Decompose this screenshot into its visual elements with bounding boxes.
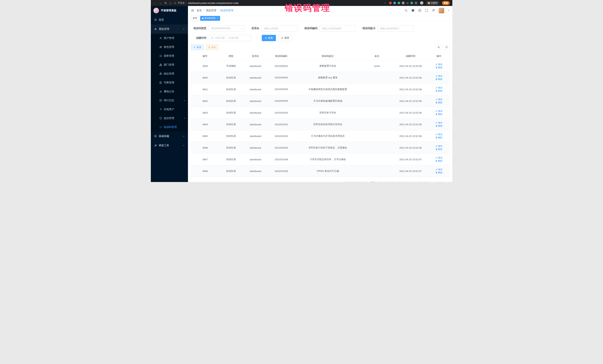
extension-dark-icon[interactable] xyxy=(406,2,409,4)
extension-red-icon[interactable] xyxy=(389,2,392,4)
edit-link[interactable]: 修改 xyxy=(435,133,442,136)
chevron-down-icon xyxy=(183,135,185,137)
caret-down-icon[interactable] xyxy=(448,10,449,12)
pencil-icon xyxy=(435,87,438,89)
delete-link[interactable]: 删除 xyxy=(435,148,442,151)
sidebar-item-departments[interactable]: 部门管理 xyxy=(151,60,188,69)
edit-link[interactable]: 修改 xyxy=(435,110,442,113)
cell-time: 2021-04-20 23:52:57 xyxy=(392,165,429,177)
close-icon[interactable]: × xyxy=(217,17,218,20)
sidebar-item-roles[interactable]: 角色管理 xyxy=(151,43,188,52)
url-bar[interactable]: ⚠ 不安全 dashboard.yudao.iocoder.cn/system/… xyxy=(174,1,386,5)
cell-type: 手动编辑 xyxy=(219,60,243,72)
cell-app: dashboard xyxy=(243,95,268,107)
back-icon[interactable]: ← xyxy=(153,2,156,4)
extension-green-check-icon[interactable] xyxy=(398,2,400,4)
extension-grid-icon[interactable] xyxy=(402,2,405,4)
export-button[interactable]: 导出 xyxy=(206,44,218,50)
megaphone-icon xyxy=(159,90,162,93)
sidebar-item-infra[interactable]: 基础设施 xyxy=(151,132,188,141)
refresh-icon xyxy=(445,46,448,48)
user-avatar[interactable] xyxy=(439,8,444,13)
cell-app: dashboard xyxy=(243,84,268,95)
trash-icon xyxy=(435,90,438,92)
github-icon[interactable] xyxy=(411,9,415,12)
sidebar-item-menus[interactable]: 菜单管理 xyxy=(151,52,188,60)
cell-id: 3946 xyxy=(191,142,219,154)
cell-code: 1001001003 xyxy=(268,142,294,154)
sidebar-logo[interactable]: 芋道管理系统 xyxy=(151,6,188,15)
delete-link[interactable]: 删除 xyxy=(435,171,442,174)
update-button[interactable]: 更新 xyxy=(442,1,450,5)
sidebar-item-home[interactable]: 首页 xyxy=(151,15,188,24)
edit-link[interactable]: 修改 xyxy=(435,75,442,78)
cell-type: 自动生成 xyxy=(219,84,243,95)
extensions-puzzle-icon[interactable] xyxy=(415,2,417,4)
refresh-table-button[interactable] xyxy=(444,44,449,50)
edit-link[interactable]: 修改 xyxy=(435,144,442,148)
edit-link[interactable]: 修改 xyxy=(435,86,442,89)
edit-link[interactable]: 修改 xyxy=(435,156,442,159)
log-icon xyxy=(159,99,162,102)
sidebar-item-system[interactable]: 系统管理 xyxy=(151,24,188,34)
cell-type: 自动生成 xyxy=(219,142,243,154)
paused-badge[interactable]: 已暂停 xyxy=(426,1,439,5)
edit-link[interactable]: 修改 xyxy=(435,63,442,66)
search-icon[interactable] xyxy=(405,9,408,12)
tab-error-code[interactable]: 错误码管理 × xyxy=(200,16,220,21)
sidebar-item-error-code[interactable]: 错误码管理 xyxy=(151,123,188,132)
edit-link[interactable]: 修改 xyxy=(435,98,442,101)
delete-link[interactable]: 删除 xyxy=(435,101,442,104)
delete-link[interactable]: 删除 xyxy=(435,66,442,69)
wrench-icon xyxy=(154,144,157,147)
edit-link[interactable]: 修改 xyxy=(435,168,442,171)
trash-icon xyxy=(435,113,438,115)
table-row: 3942 自动生成 dashboard 1001000004 不允许获取敏感配置… xyxy=(191,95,449,107)
edit-link[interactable]: 修改 xyxy=(435,121,442,124)
bookmark-star-icon[interactable]: ☆ xyxy=(384,1,386,4)
sidebar-item-users[interactable]: 用户管理 xyxy=(151,34,188,43)
extension-teal-icon[interactable] xyxy=(410,2,413,4)
font-size-icon[interactable]: TT xyxy=(432,9,435,12)
search-button[interactable]: 搜索 xyxy=(262,35,276,41)
error-hint-input[interactable] xyxy=(378,25,414,32)
delete-link[interactable]: 删除 xyxy=(435,113,442,116)
sidebar-item-posts[interactable]: 岗位管理 xyxy=(151,69,188,78)
pencil-icon xyxy=(435,133,438,135)
delete-link[interactable]: 删除 xyxy=(435,124,442,128)
delete-link[interactable]: 删除 xyxy=(435,78,442,81)
add-button[interactable]: 新增 xyxy=(191,44,204,50)
tab-home[interactable]: 首页 xyxy=(191,16,199,21)
cell-code: 1001001004 xyxy=(268,154,294,165)
sidebar-item-notices[interactable]: 通知公告 xyxy=(151,87,188,96)
error-type-select[interactable]: 请选择错误码类型 xyxy=(209,25,245,32)
sidebar-item-dictionary[interactable]: 字典管理 xyxy=(151,78,188,87)
delete-link[interactable]: 删除 xyxy=(435,136,442,139)
forward-icon[interactable]: → xyxy=(159,2,162,4)
delete-link[interactable]: 删除 xyxy=(435,159,442,163)
cell-id: 3941 xyxy=(191,84,219,95)
browser-profile-avatar[interactable] xyxy=(420,1,423,5)
cell-time: 2021-04-20 23:52:56 xyxy=(392,107,429,119)
home-icon[interactable]: ⌂ xyxy=(170,2,171,4)
cell-remark xyxy=(361,72,392,84)
reset-button[interactable]: 重置 xyxy=(278,35,292,41)
delete-link[interactable]: 删除 xyxy=(435,89,442,92)
reload-icon[interactable]: ↻ xyxy=(164,2,167,4)
breadcrumb-home[interactable]: 首页 xyxy=(197,9,202,12)
app-name-input[interactable] xyxy=(262,25,298,32)
toggle-search-button[interactable] xyxy=(436,44,441,50)
sidebar-item-sms[interactable]: 短信管理 xyxy=(151,114,188,123)
breadcrumb-system[interactable]: 系统管理 xyxy=(206,9,216,12)
error-code-input[interactable] xyxy=(320,25,356,32)
date-range-picker[interactable]: 开始日期 - 结束日期 xyxy=(209,35,251,41)
extension-blue-icon[interactable] xyxy=(393,2,396,4)
range-separator: - xyxy=(226,37,227,39)
help-icon[interactable] xyxy=(418,9,421,12)
hamburger-icon[interactable] xyxy=(191,9,194,12)
monitor-icon xyxy=(154,135,157,138)
sidebar-item-online-users[interactable]: 在线用户 xyxy=(151,105,188,114)
fullscreen-icon[interactable] xyxy=(425,9,428,12)
sidebar-item-devtools[interactable]: 研发工具 xyxy=(151,141,188,150)
sidebar-item-audit-log[interactable]: 审计日志 xyxy=(151,96,188,105)
